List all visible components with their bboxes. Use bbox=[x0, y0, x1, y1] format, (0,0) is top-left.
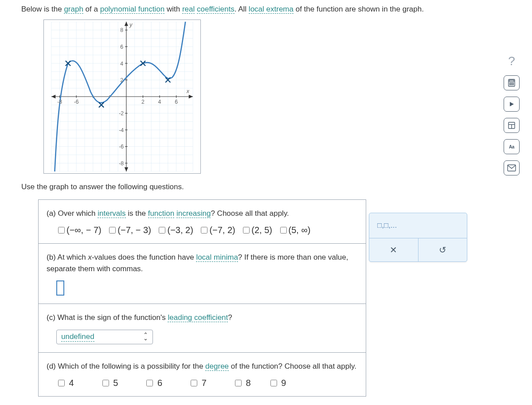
svg-text:-8: -8 bbox=[119, 160, 124, 166]
calculator-icon[interactable] bbox=[504, 75, 520, 90]
select-value: undefined bbox=[61, 332, 94, 342]
mail-icon[interactable] bbox=[504, 160, 520, 175]
play-icon[interactable] bbox=[504, 97, 520, 112]
opt-d-1[interactable]: 5 bbox=[101, 378, 143, 388]
opt-a-1[interactable]: (−7, − 3) bbox=[107, 225, 151, 235]
link-real[interactable]: real bbox=[182, 5, 195, 14]
link-intervals[interactable]: intervals bbox=[98, 209, 125, 218]
svg-point-81 bbox=[510, 83, 511, 84]
leading-coeff-select[interactable]: undefined ⌃⌄ bbox=[56, 330, 153, 344]
svg-marker-37 bbox=[189, 94, 193, 98]
svg-text:4: 4 bbox=[158, 98, 161, 105]
svg-text:2: 2 bbox=[141, 98, 145, 105]
link-polynomial-function[interactable]: polynomial function bbox=[100, 5, 165, 14]
question-c: (c) What is the sign of the function's l… bbox=[47, 312, 358, 323]
opt-a-3[interactable]: (−7, 2) bbox=[199, 225, 235, 235]
opt-d-4[interactable]: 8 bbox=[233, 378, 266, 388]
input-helper-panel: □,□,... ✕ ↺ bbox=[369, 213, 467, 262]
clear-button[interactable]: ✕ bbox=[369, 238, 418, 261]
svg-text:y: y bbox=[129, 22, 133, 28]
link-leading-coefficient[interactable]: leading coefficient bbox=[168, 313, 228, 322]
opt-d-2[interactable]: 6 bbox=[145, 378, 187, 388]
svg-point-82 bbox=[511, 83, 512, 84]
polynomial-graph: -8-6246 8642 -2-4-6-8 x y bbox=[43, 19, 201, 174]
question-a: (a) Over which intervals is the function… bbox=[47, 208, 358, 219]
opt-d-3[interactable]: 7 bbox=[189, 378, 231, 388]
link-local-extrema[interactable]: local extrema bbox=[249, 5, 293, 14]
svg-text:8: 8 bbox=[120, 27, 123, 33]
stepper-icon: ⌃⌄ bbox=[143, 333, 148, 340]
svg-text:6: 6 bbox=[175, 98, 178, 105]
link-coefficients[interactable]: coefficients bbox=[197, 5, 235, 14]
svg-marker-38 bbox=[51, 94, 55, 98]
question-d: (d) Which of the following is a possibil… bbox=[47, 361, 358, 372]
link-graph[interactable]: graph bbox=[64, 5, 83, 14]
svg-text:-8: -8 bbox=[57, 98, 62, 105]
link-increasing[interactable]: increasing bbox=[176, 209, 211, 218]
example-icon[interactable] bbox=[504, 118, 520, 133]
opt-a-2[interactable]: (−3, 2) bbox=[157, 225, 193, 235]
svg-text:-6: -6 bbox=[74, 98, 79, 105]
svg-text:4: 4 bbox=[120, 60, 123, 66]
svg-rect-80 bbox=[509, 80, 514, 82]
svg-text:-4: -4 bbox=[119, 127, 124, 133]
format-hint[interactable]: □,□,... bbox=[369, 213, 467, 238]
choices-d: 4 5 6 7 8 9 bbox=[56, 378, 358, 388]
svg-marker-40 bbox=[125, 167, 128, 171]
svg-text:6: 6 bbox=[120, 44, 123, 50]
intro-text: Below is the graph of a polynomial funct… bbox=[21, 4, 501, 15]
undo-button[interactable]: ↺ bbox=[418, 238, 467, 261]
local-minima-input[interactable] bbox=[56, 280, 64, 296]
opt-d-0[interactable]: 4 bbox=[56, 378, 98, 388]
svg-point-85 bbox=[511, 84, 512, 85]
opt-d-5[interactable]: 9 bbox=[269, 378, 302, 388]
svg-rect-91 bbox=[508, 165, 516, 171]
opt-a-0[interactable]: (−∞, − 7) bbox=[56, 225, 102, 235]
svg-marker-87 bbox=[510, 102, 514, 106]
questions-box: (a) Over which intervals is the function… bbox=[38, 199, 366, 397]
svg-point-86 bbox=[513, 84, 514, 85]
svg-marker-39 bbox=[125, 22, 128, 26]
svg-text:x: x bbox=[186, 88, 190, 94]
link-function[interactable]: function bbox=[148, 209, 175, 218]
svg-text:-2: -2 bbox=[119, 110, 124, 117]
tool-rail: ? Aa bbox=[504, 53, 520, 175]
svg-text:2: 2 bbox=[120, 77, 123, 83]
help-icon[interactable]: ? bbox=[504, 53, 520, 69]
svg-text:-6: -6 bbox=[119, 144, 124, 150]
opt-a-5[interactable]: (5, ∞) bbox=[278, 225, 311, 235]
opt-a-4[interactable]: (2, 5) bbox=[241, 225, 272, 235]
link-local-minima[interactable]: local minima bbox=[196, 253, 238, 262]
link-degree[interactable]: degree bbox=[205, 362, 229, 371]
svg-point-83 bbox=[513, 83, 514, 84]
text-size-icon[interactable]: Aa bbox=[504, 139, 520, 154]
choices-a: (−∞, − 7) (−7, − 3) (−3, 2) (−7, 2) (2, … bbox=[56, 225, 358, 235]
svg-point-84 bbox=[510, 84, 511, 85]
question-b: (b) At which x-values does the function … bbox=[47, 252, 358, 274]
follow-text: Use the graph to answer the following qu… bbox=[21, 183, 501, 191]
